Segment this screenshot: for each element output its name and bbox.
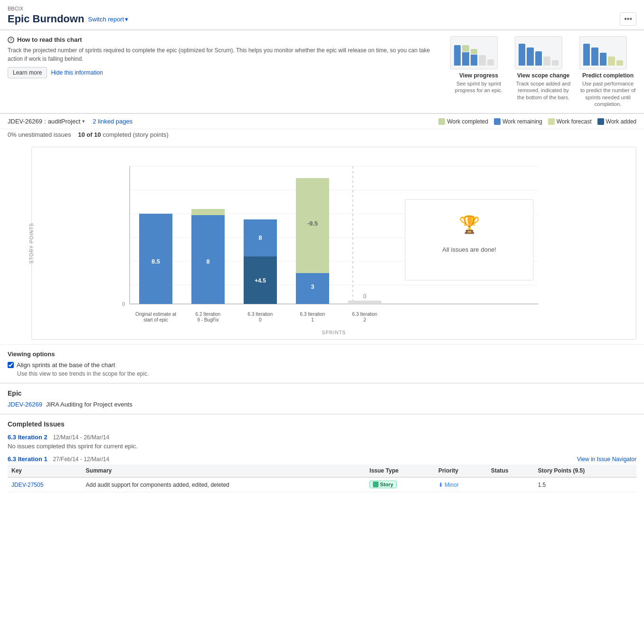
sprint-dates-0: 12/Mar/14 - 26/Mar/14: [53, 434, 109, 441]
info-title: ? How to read this chart: [8, 36, 441, 43]
predict-card-title: Predict completion: [579, 72, 636, 79]
progress-card-title: View progress: [450, 72, 507, 79]
align-sprints-desc: Use this view to see trends in the scope…: [17, 370, 636, 377]
issue-type-cell: Story: [366, 477, 435, 492]
svg-text:3: 3: [311, 283, 314, 290]
svg-text:start of epic: start of epic: [143, 317, 168, 322]
page-header: BBCIX Epic Burndown Switch report ▾ •••: [0, 0, 644, 30]
chart-legend: Work completed Work remaining Work forec…: [438, 118, 636, 125]
sprint-header-0: 6.3 Iteration 2 12/Mar/14 - 26/Mar/14: [8, 434, 636, 441]
epic-section-title: Epic: [8, 389, 636, 397]
scope-card-title: View scope change: [515, 72, 572, 79]
col-issue-type: Issue Type: [366, 464, 435, 477]
more-icon: •••: [624, 15, 632, 23]
info-left: ? How to read this chart Track the proje…: [8, 36, 441, 107]
info-card-predict: Predict completion Use past performance …: [579, 36, 636, 107]
unestimated-label: unestimated issues: [18, 131, 71, 138]
issue-key-link[interactable]: JDEV-27505: [11, 482, 43, 488]
project-selector[interactable]: JDEV-26269 : auditProject ▾: [8, 118, 85, 125]
align-sprints-checkbox[interactable]: [8, 362, 14, 368]
switch-report-button[interactable]: Switch report ▾: [88, 16, 128, 23]
viewing-options-title: Viewing options: [8, 350, 636, 358]
viewing-options-section: Viewing options Align sprints at the bas…: [0, 344, 644, 383]
legend-work-remaining: Work remaining: [494, 118, 542, 125]
svg-text:8: 8: [258, 234, 262, 241]
scope-card-desc: Track scope added and removed, indicated…: [515, 80, 572, 101]
svg-text:🏆: 🏆: [459, 214, 480, 235]
svg-text:6.3 Iteration: 6.3 Iteration: [248, 312, 273, 317]
legend-work-added: Work added: [597, 118, 636, 125]
completed-label: completed (story points): [103, 131, 169, 138]
hide-info-button[interactable]: Hide this information: [51, 67, 103, 78]
col-story-points: Story Points (9.5): [534, 464, 636, 477]
chart-area: STORY POINTS 0: [0, 142, 644, 344]
all-done-box: [405, 199, 533, 280]
align-sprints-checkbox-label[interactable]: Align sprints at the base of the chart: [8, 361, 636, 369]
sprint-name-0[interactable]: 6.3 Iteration 2: [8, 434, 47, 441]
work-completed-color: [438, 118, 445, 125]
svg-text:8: 8: [206, 258, 209, 265]
issue-key-cell: JDEV-27505: [8, 477, 82, 492]
sprint-title-dates-0: 6.3 Iteration 2 12/Mar/14 - 26/Mar/14: [8, 434, 109, 441]
sprint-name-1[interactable]: 6.3 Iteration 1: [8, 455, 47, 463]
sprint-item-0: 6.3 Iteration 2 12/Mar/14 - 26/Mar/14 No…: [8, 434, 636, 450]
project-name: auditProject: [48, 118, 81, 125]
issue-points-cell: 1.5: [534, 477, 636, 492]
progress-card-desc: See sprint by sprint progress for an epi…: [450, 80, 507, 94]
svg-text:-9.5: -9.5: [307, 220, 318, 227]
table-header-row: Key Summary Issue Type Priority Status S…: [8, 464, 636, 477]
info-card-scope: View scope change Track scope added and …: [515, 36, 572, 107]
work-remaining-color: [494, 118, 501, 125]
work-forecast-label: Work forecast: [557, 118, 592, 125]
col-key: Key: [8, 464, 82, 477]
chart-header: JDEV-26269 : auditProject ▾ 2 linked pag…: [0, 114, 644, 129]
issue-type-badge: Story: [369, 481, 397, 488]
epic-section: Epic JDEV-26269 JIRA Auditing for Projec…: [0, 383, 644, 414]
issue-status-cell: [487, 477, 534, 492]
priority-label: Minor: [445, 482, 459, 488]
col-summary: Summary: [82, 464, 366, 477]
page-title: Epic Burndown: [8, 13, 84, 25]
svg-text:6.3 Iteration: 6.3 Iteration: [300, 312, 325, 317]
info-right: View progress See sprint by sprint progr…: [450, 36, 636, 107]
switch-report-label: Switch report: [88, 16, 124, 23]
svg-text:Original estimate at: Original estimate at: [135, 312, 176, 317]
chevron-down-icon: ▾: [125, 16, 128, 23]
issue-priority-cell: ⬇ Minor: [435, 477, 487, 492]
more-options-button[interactable]: •••: [620, 12, 636, 26]
issues-table: Key Summary Issue Type Priority Status S…: [8, 464, 636, 492]
svg-text:6.2 Iteration: 6.2 Iteration: [196, 312, 221, 317]
svg-text:8.5: 8.5: [152, 258, 160, 265]
y-axis-label: STORY POINTS: [29, 223, 34, 264]
epic-key-link[interactable]: JDEV-26269: [8, 401, 42, 408]
breadcrumb: BBCIX: [8, 6, 636, 11]
scope-chart-preview: [515, 36, 562, 69]
burndown-chart: 0 8.5 8: [37, 152, 631, 328]
predict-card-desc: Use past performance to predict the numb…: [579, 80, 636, 107]
predict-chart-preview: [579, 36, 627, 69]
table-row: JDEV-27505 Add audit support for compone…: [8, 477, 636, 492]
linked-pages-link[interactable]: 2 linked pages: [93, 118, 133, 125]
work-remaining-label: Work remaining: [502, 118, 542, 125]
bar-iter2-zero: [348, 301, 381, 304]
priority-arrow-icon: ⬇: [438, 482, 443, 488]
learn-more-button[interactable]: Learn more: [8, 67, 47, 78]
align-sprints-label: Align sprints at the base of the chart: [17, 361, 115, 369]
work-completed-label: Work completed: [447, 118, 488, 125]
x-axis-label: SPRINTS: [37, 329, 631, 339]
col-status: Status: [487, 464, 534, 477]
priority-icon: ⬇ Minor: [438, 482, 459, 488]
completed-count: 10 of 10: [78, 131, 101, 138]
work-added-color: [597, 118, 604, 125]
sprint-title-dates-1: 6.3 Iteration 1 27/Feb/14 - 12/Mar/14: [8, 455, 109, 463]
sprint-dates-1: 27/Feb/14 - 12/Mar/14: [53, 456, 109, 463]
view-in-navigator-link[interactable]: View in Issue Navigator: [577, 456, 636, 463]
legend-work-forecast: Work forecast: [548, 118, 592, 125]
work-forecast-color: [548, 118, 555, 125]
info-section: ? How to read this chart Track the proje…: [0, 30, 644, 114]
svg-text:2: 2: [363, 317, 366, 322]
project-dropdown-icon: ▾: [82, 118, 85, 124]
svg-text:0: 0: [122, 301, 125, 307]
info-card-progress: View progress See sprint by sprint progr…: [450, 36, 507, 107]
svg-text:All issues are done!: All issues are done!: [442, 246, 496, 253]
